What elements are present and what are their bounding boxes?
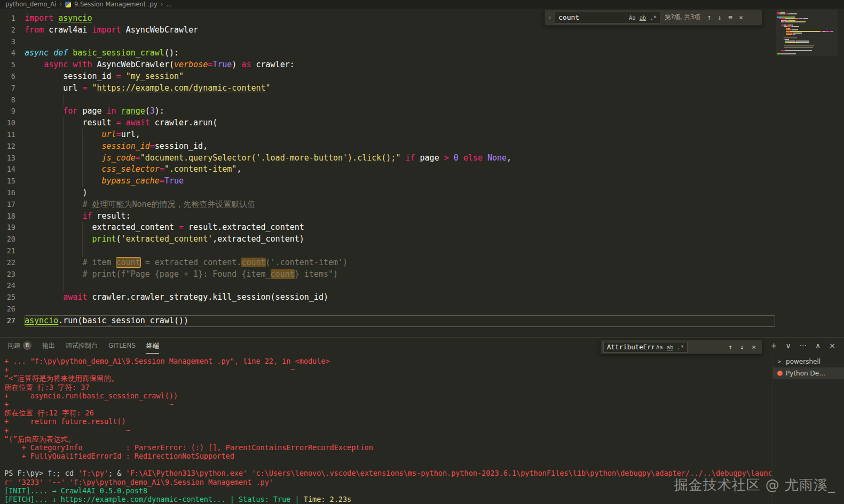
panel-tab-问题[interactable]: 问题8: [7, 338, 31, 354]
whole-word-icon[interactable]: ab: [665, 343, 675, 351]
close-panel-icon[interactable]: ×: [829, 341, 835, 350]
regex-icon[interactable]: .*: [675, 343, 685, 351]
code-line[interactable]: 16 ): [0, 187, 775, 199]
code-line[interactable]: 4async def basic_session_crawl():: [0, 47, 775, 59]
line-content[interactable]: [25, 94, 775, 106]
code-line[interactable]: 9 for page in range(3):: [0, 106, 775, 117]
code-line[interactable]: 14 css_selector=".content-item",: [0, 164, 775, 175]
code-line[interactable]: 10 result = await crawler.arun(: [0, 117, 775, 129]
line-content[interactable]: [25, 36, 775, 48]
line-content[interactable]: async with AsyncWebCrawler(verbose=True)…: [25, 59, 775, 71]
line-content[interactable]: [25, 280, 775, 292]
terminal-session-Python De…[interactable]: Python De…: [773, 367, 844, 379]
code-line[interactable]: 20 print('extracted_content',extracted_c…: [0, 234, 775, 245]
line-content[interactable]: url = "https://example.com/dynamic-conte…: [25, 83, 775, 94]
code-line[interactable]: 15 bypass_cache=True: [0, 175, 775, 187]
line-content[interactable]: [25, 303, 775, 315]
code-line[interactable]: 24: [0, 280, 775, 292]
line-content[interactable]: ): [25, 187, 775, 199]
code-line[interactable]: 19 extracted_content = result.extracted_…: [0, 222, 775, 234]
line-number: 14: [0, 164, 25, 175]
code-line[interactable]: 7 url = "https://example.com/dynamic-con…: [0, 83, 775, 94]
line-content[interactable]: extracted_content = result.extracted_con…: [25, 222, 775, 234]
code-line[interactable]: 8: [0, 94, 775, 106]
previous-match-icon[interactable]: ↑: [705, 12, 714, 22]
panel-tab-调试控制台[interactable]: 调试控制台: [66, 338, 98, 354]
line-content[interactable]: if result:: [25, 211, 775, 222]
match-case-icon[interactable]: Aa: [654, 343, 665, 351]
terminal-dropdown-icon[interactable]: ∨: [785, 341, 791, 350]
breadcrumb-more[interactable]: ...: [166, 1, 172, 8]
regex-icon[interactable]: .*: [648, 14, 658, 21]
line-content[interactable]: for page in range(3):: [25, 106, 775, 117]
line-number: 26: [0, 303, 25, 315]
code-token: url,: [121, 130, 140, 139]
code-token: "my_session": [126, 71, 184, 81]
line-content[interactable]: session_id = "my_session": [25, 71, 775, 83]
line-content[interactable]: url=url,: [25, 129, 775, 141]
next-match-icon[interactable]: ↓: [737, 342, 747, 352]
panel-tab-输出[interactable]: 输出: [42, 338, 55, 354]
close-find-icon[interactable]: ×: [749, 342, 759, 352]
code-line[interactable]: 27asyncio.run(basic_session_crawl()): [0, 315, 775, 327]
match-case-icon[interactable]: Aa: [627, 14, 637, 21]
code-line[interactable]: 26: [0, 303, 775, 315]
line-content[interactable]: await crawler.crawler_strategy.kill_sess…: [25, 292, 775, 303]
code-token: [25, 60, 44, 69]
line-number: 15: [0, 175, 25, 187]
code-editor[interactable]: 1import asyncio2from crawl4ai import Asy…: [0, 9, 844, 337]
terminal-find-input[interactable]: AttributeError Aa ab .*: [603, 342, 688, 353]
code-line[interactable]: 21: [0, 245, 775, 257]
new-terminal-icon[interactable]: +: [771, 341, 777, 350]
line-content[interactable]: async def basic_session_crawl():: [25, 47, 775, 59]
code-line[interactable]: 23 # print(f"Page {page + 1}: Found {ite…: [0, 269, 775, 281]
line-content[interactable]: [25, 245, 775, 257]
line-content[interactable]: js_code="document.querySelector('.load-m…: [25, 153, 775, 164]
panel-tab-GITLENS[interactable]: GITLENS: [108, 338, 136, 354]
more-actions-icon[interactable]: ···: [800, 341, 807, 350]
code-line[interactable]: 17 # 处理可能为None的情况，先检查并设置默认值: [0, 199, 775, 211]
code-token: ,extracted_content): [212, 234, 304, 244]
maximize-panel-icon[interactable]: ∧: [815, 341, 821, 350]
line-number: 6: [0, 71, 25, 83]
line-content[interactable]: print('extracted_content',extracted_cont…: [25, 234, 775, 245]
panel-tab-终端[interactable]: 终端: [146, 338, 159, 354]
previous-match-icon[interactable]: ↑: [726, 342, 736, 352]
code-line[interactable]: 2from crawl4ai import AsyncWebCrawler: [0, 25, 775, 36]
indent-guide: [82, 129, 83, 141]
indent-guide: [63, 94, 64, 106]
line-content[interactable]: css_selector=".content-item",: [25, 164, 775, 175]
line-content[interactable]: asyncio.run(basic_session_crawl()): [25, 315, 775, 327]
code-line[interactable]: 22 # item_count = extracted_content.coun…: [0, 257, 775, 269]
code-line[interactable]: 25 await crawler.crawler_strategy.kill_s…: [0, 292, 775, 303]
breadcrumb-file[interactable]: 9.Session Management .py: [74, 1, 157, 8]
code-line[interactable]: 13 js_code="document.querySelector('.loa…: [0, 153, 775, 164]
line-content[interactable]: session_id=session_id,: [25, 141, 775, 153]
code-token: count: [271, 269, 295, 279]
toggle-replace-icon[interactable]: ›: [546, 13, 554, 21]
line-content[interactable]: from crawl4ai import AsyncWebCrawler: [25, 25, 775, 36]
line-content[interactable]: result = await crawler.arun(: [25, 117, 775, 129]
code-line[interactable]: 3: [0, 36, 775, 48]
close-find-icon[interactable]: ×: [736, 12, 746, 22]
line-content[interactable]: # item_count = extracted_content.count('…: [25, 257, 775, 269]
breadcrumb-project[interactable]: python_demo_Ai: [5, 1, 56, 8]
next-match-icon[interactable]: ↓: [715, 12, 725, 22]
indent-guide: [63, 257, 64, 269]
terminal-session-powershell[interactable]: >_powershell: [773, 356, 844, 367]
code-line[interactable]: 6 session_id = "my_session": [0, 71, 775, 83]
code-line[interactable]: 18 if result:: [0, 211, 775, 222]
minimap[interactable]: [776, 10, 838, 56]
indent-guide: [82, 164, 83, 175]
line-content[interactable]: # 处理可能为None的情况，先检查并设置默认值: [25, 199, 775, 211]
find-in-selection-icon[interactable]: ≡: [725, 12, 735, 22]
whole-word-icon[interactable]: ab: [638, 14, 648, 21]
find-input[interactable]: count Aa ab .*: [555, 12, 660, 23]
code-line[interactable]: 12 session_id=session_id,: [0, 141, 775, 153]
code-line[interactable]: 11 url=url,: [0, 129, 775, 141]
code-lines[interactable]: 1import asyncio2from crawl4ai import Asy…: [0, 9, 844, 327]
line-content[interactable]: bypass_cache=True: [25, 175, 775, 187]
code-token: # item_: [82, 258, 116, 267]
code-line[interactable]: 5 async with AsyncWebCrawler(verbose=Tru…: [0, 59, 775, 71]
line-content[interactable]: # print(f"Page {page + 1}: Found {item_c…: [25, 269, 775, 281]
